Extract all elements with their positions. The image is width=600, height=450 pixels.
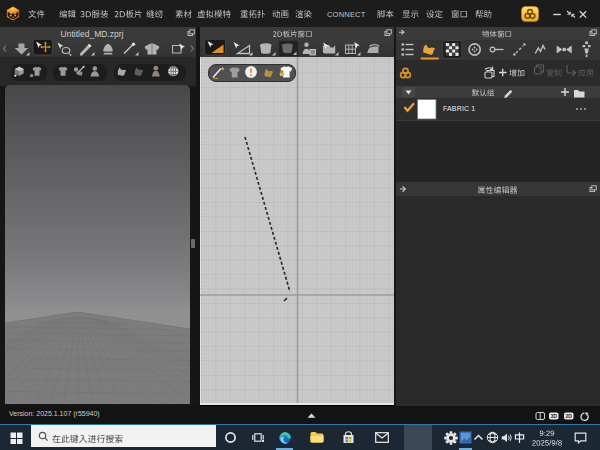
svg-text:3D: 3D [550, 413, 557, 419]
svg-text:2D: 2D [565, 413, 572, 419]
